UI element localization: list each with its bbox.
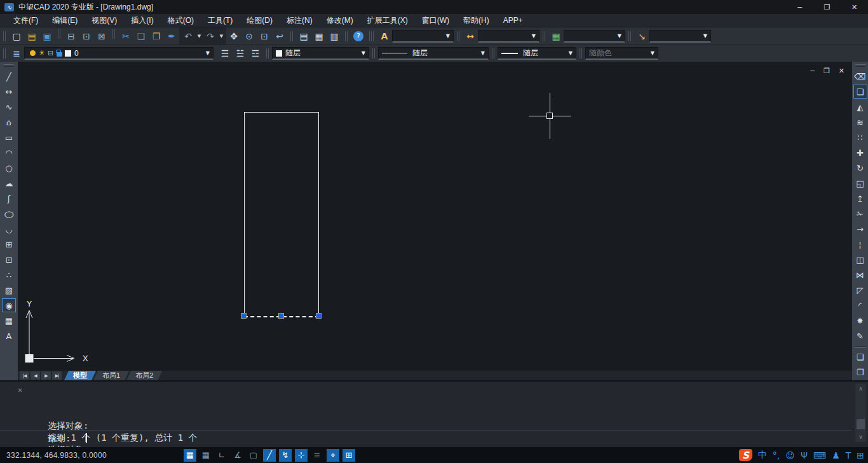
mleader-style-combo[interactable]: ▼ <box>649 30 711 43</box>
snap-toggle[interactable]: ▦ <box>200 449 212 462</box>
command-prompt[interactable]: 命令: <box>48 433 87 445</box>
toolbar-grip[interactable] <box>372 48 375 59</box>
mirror-tool[interactable]: ◭ <box>853 100 867 114</box>
scrollbar-thumb[interactable] <box>857 419 865 429</box>
toolbar-grip[interactable] <box>290 31 293 41</box>
copy-button[interactable]: ❏ <box>133 29 149 43</box>
layer-combo[interactable]: ☀ ⊟ 0 ▼ <box>24 47 214 60</box>
dyn-toggle[interactable]: ⌖ <box>327 449 339 462</box>
user-avatar-icon[interactable]: ♟ <box>832 450 840 460</box>
tabs-last-button[interactable]: ▶| <box>52 371 62 380</box>
offset-tool[interactable]: ≋ <box>853 115 867 129</box>
sogou-icon[interactable]: S <box>739 449 752 461</box>
drawing-minimize-button[interactable]: ─ <box>810 67 815 75</box>
toolbox-icon[interactable]: ⊞ <box>857 450 864 460</box>
insert-block-tool[interactable]: ⊞ <box>2 237 16 251</box>
color-combo[interactable]: 随层 ▼ <box>272 47 369 60</box>
toolbar-handle[interactable] <box>4 64 14 67</box>
toolbar-grip[interactable] <box>628 31 631 41</box>
menu-window[interactable]: 窗口(W) <box>415 14 456 27</box>
dim-style-combo[interactable]: ▼ <box>478 30 539 43</box>
lineweight-combo[interactable]: 随层 ▼ <box>498 47 576 60</box>
minimize-button[interactable]: ─ <box>786 0 813 14</box>
undo-button[interactable]: ↶ <box>180 29 196 43</box>
redo-button[interactable]: ↷ <box>203 29 218 43</box>
layer-states-manager-button[interactable]: ☲ <box>248 46 263 61</box>
drawing-canvas[interactable]: ─ ❐ ✕ Y X <box>18 62 852 371</box>
toolbar-grip[interactable] <box>371 31 374 41</box>
mtext-tool[interactable]: A <box>2 329 16 343</box>
tab-model[interactable]: 模型 <box>64 371 96 380</box>
toolbar-grip[interactable] <box>543 31 545 41</box>
toolbar-grip[interactable] <box>3 31 6 41</box>
command-scrollbar[interactable]: ∧ ∨ <box>855 384 866 442</box>
construction-line-tool[interactable]: ↔ <box>2 85 16 99</box>
send-to-back-tool[interactable]: ❐ <box>853 365 867 379</box>
text-style-icon[interactable]: A <box>377 29 392 43</box>
tab-layout1[interactable]: 布局1 <box>93 371 129 380</box>
zoom-realtime-button[interactable]: ⊙ <box>241 29 257 43</box>
toolbar-grip[interactable] <box>266 48 269 59</box>
skin-center-icon[interactable]: T <box>846 450 851 460</box>
command-close-icon[interactable]: ✕ <box>18 385 22 394</box>
explode-tool[interactable]: ✸ <box>853 314 867 328</box>
soft-keyboard-icon[interactable]: ⌨ <box>813 450 826 460</box>
zoom-window-button[interactable]: ⊡ <box>257 29 272 43</box>
design-center-button[interactable]: ▦ <box>311 29 327 43</box>
circle-tool[interactable]: ○ <box>2 161 16 175</box>
menu-view[interactable]: 视图(V) <box>85 14 124 27</box>
emoji-icon[interactable]: ☺ <box>785 450 795 460</box>
redo-dropdown-icon[interactable]: ▼ <box>218 34 225 39</box>
polar-toggle[interactable]: ∡ <box>231 449 244 462</box>
table-style-combo[interactable]: ▼ <box>564 30 625 43</box>
osnap-toggle[interactable]: ╱ <box>263 449 276 462</box>
paste-button[interactable]: ❐ <box>149 29 164 43</box>
drawing-close-button[interactable]: ✕ <box>839 67 844 75</box>
menu-help[interactable]: 帮助(H) <box>456 14 496 27</box>
menu-insert[interactable]: 插入(I) <box>124 14 160 27</box>
move-tool[interactable]: ✚ <box>853 146 867 160</box>
menu-modify[interactable]: 修改(M) <box>320 14 360 27</box>
gradient-tool[interactable]: ◉ <box>2 298 16 312</box>
tabs-next-button[interactable]: ▶ <box>41 371 51 380</box>
toolbar-grip[interactable] <box>492 48 494 59</box>
cut-button[interactable]: ✂ <box>118 29 133 43</box>
ellipse-tool[interactable]: ○ <box>0 207 18 221</box>
punctuation-icon[interactable]: °, <box>773 450 780 460</box>
undo-dropdown-icon[interactable]: ▼ <box>196 34 203 39</box>
scroll-up-icon[interactable]: ∧ <box>859 385 862 392</box>
ducs-toggle[interactable]: ⊹ <box>295 449 308 462</box>
grip-midpoint[interactable] <box>278 313 284 319</box>
save-button[interactable]: ▣ <box>39 29 55 43</box>
layer-previous-button[interactable]: ☱ <box>233 46 248 61</box>
pan-button[interactable]: ✥ <box>226 29 241 43</box>
print-preview-button[interactable]: ⊡ <box>79 29 94 43</box>
menu-file[interactable]: 文件(F) <box>6 14 45 27</box>
fillet-tool[interactable]: ◜ <box>853 298 867 312</box>
lineweight-toggle[interactable]: ≡ <box>311 449 323 462</box>
make-block-tool[interactable]: ⊡ <box>2 252 16 266</box>
line-tool[interactable]: ╱ <box>2 69 16 83</box>
dim-style-icon[interactable]: ↔ <box>463 29 478 43</box>
grid-toggle[interactable]: ▦ <box>184 449 196 462</box>
menu-draw[interactable]: 绘图(D) <box>240 14 280 27</box>
close-button[interactable]: ✕ <box>841 0 868 14</box>
restore-button[interactable]: ❐ <box>813 0 841 14</box>
stretch-tool[interactable]: ↥ <box>853 191 867 205</box>
grip-endpoint-right[interactable] <box>316 313 322 319</box>
toolbar-grip[interactable] <box>345 31 348 41</box>
toolbar-grip[interactable] <box>58 29 60 39</box>
menu-format[interactable]: 格式(O) <box>161 14 201 27</box>
menu-app-plus[interactable]: APP+ <box>496 14 530 27</box>
new-file-button[interactable]: ▢ <box>9 29 24 43</box>
hatch-tool[interactable]: ▨ <box>2 283 16 297</box>
chamfer-tool[interactable]: ◸ <box>853 283 867 297</box>
drawing-restore-button[interactable]: ❐ <box>824 67 830 75</box>
arc-tool[interactable]: ◠ <box>2 146 16 160</box>
block-editor-tool[interactable]: ✎ <box>853 329 867 343</box>
join-tool[interactable]: ⋈ <box>853 268 867 282</box>
table-tool[interactable]: ▦ <box>2 314 16 328</box>
erase-tool[interactable]: ⌫ <box>853 69 867 83</box>
toolbar-grip[interactable] <box>580 48 582 59</box>
rotate-tool[interactable]: ↻ <box>853 161 867 175</box>
